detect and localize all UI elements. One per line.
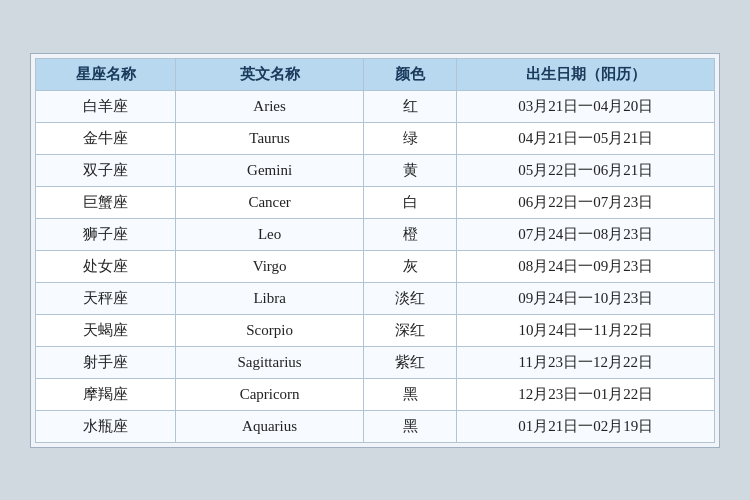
- cell-zh-name: 金牛座: [36, 122, 176, 154]
- table-row: 金牛座Taurus绿04月21日一05月21日: [36, 122, 715, 154]
- cell-zh-name: 天秤座: [36, 282, 176, 314]
- cell-date: 10月24日一11月22日: [457, 314, 715, 346]
- cell-zh-name: 射手座: [36, 346, 176, 378]
- table-row: 天秤座Libra淡红09月24日一10月23日: [36, 282, 715, 314]
- cell-color: 淡红: [363, 282, 457, 314]
- cell-date: 08月24日一09月23日: [457, 250, 715, 282]
- cell-date: 03月21日一04月20日: [457, 90, 715, 122]
- cell-en-name: Libra: [176, 282, 363, 314]
- cell-color: 灰: [363, 250, 457, 282]
- cell-zh-name: 狮子座: [36, 218, 176, 250]
- header-date: 出生日期（阳历）: [457, 58, 715, 90]
- table-row: 狮子座Leo橙07月24日一08月23日: [36, 218, 715, 250]
- cell-zh-name: 双子座: [36, 154, 176, 186]
- cell-color: 黄: [363, 154, 457, 186]
- zodiac-table-wrapper: 星座名称 英文名称 颜色 出生日期（阳历） 白羊座Aries红03月21日一04…: [30, 53, 720, 448]
- table-row: 处女座Virgo灰08月24日一09月23日: [36, 250, 715, 282]
- table-row: 摩羯座Capricorn黑12月23日一01月22日: [36, 378, 715, 410]
- cell-en-name: Virgo: [176, 250, 363, 282]
- header-zh-name: 星座名称: [36, 58, 176, 90]
- cell-zh-name: 天蝎座: [36, 314, 176, 346]
- cell-en-name: Gemini: [176, 154, 363, 186]
- cell-color: 黑: [363, 410, 457, 442]
- table-header-row: 星座名称 英文名称 颜色 出生日期（阳历）: [36, 58, 715, 90]
- table-row: 水瓶座Aquarius黑01月21日一02月19日: [36, 410, 715, 442]
- table-row: 巨蟹座Cancer白06月22日一07月23日: [36, 186, 715, 218]
- cell-date: 05月22日一06月21日: [457, 154, 715, 186]
- header-color: 颜色: [363, 58, 457, 90]
- cell-en-name: Aquarius: [176, 410, 363, 442]
- cell-date: 06月22日一07月23日: [457, 186, 715, 218]
- table-row: 射手座Sagittarius紫红11月23日一12月22日: [36, 346, 715, 378]
- cell-en-name: Aries: [176, 90, 363, 122]
- cell-date: 04月21日一05月21日: [457, 122, 715, 154]
- cell-en-name: Capricorn: [176, 378, 363, 410]
- cell-date: 11月23日一12月22日: [457, 346, 715, 378]
- cell-en-name: Sagittarius: [176, 346, 363, 378]
- cell-zh-name: 白羊座: [36, 90, 176, 122]
- cell-color: 绿: [363, 122, 457, 154]
- zodiac-table: 星座名称 英文名称 颜色 出生日期（阳历） 白羊座Aries红03月21日一04…: [35, 58, 715, 443]
- table-row: 天蝎座Scorpio深红10月24日一11月22日: [36, 314, 715, 346]
- cell-color: 深红: [363, 314, 457, 346]
- table-row: 双子座Gemini黄05月22日一06月21日: [36, 154, 715, 186]
- cell-color: 白: [363, 186, 457, 218]
- cell-zh-name: 摩羯座: [36, 378, 176, 410]
- cell-zh-name: 水瓶座: [36, 410, 176, 442]
- cell-en-name: Taurus: [176, 122, 363, 154]
- cell-date: 07月24日一08月23日: [457, 218, 715, 250]
- cell-date: 09月24日一10月23日: [457, 282, 715, 314]
- cell-date: 01月21日一02月19日: [457, 410, 715, 442]
- header-en-name: 英文名称: [176, 58, 363, 90]
- cell-date: 12月23日一01月22日: [457, 378, 715, 410]
- cell-color: 紫红: [363, 346, 457, 378]
- cell-color: 红: [363, 90, 457, 122]
- cell-color: 橙: [363, 218, 457, 250]
- cell-en-name: Scorpio: [176, 314, 363, 346]
- cell-color: 黑: [363, 378, 457, 410]
- cell-en-name: Leo: [176, 218, 363, 250]
- cell-zh-name: 巨蟹座: [36, 186, 176, 218]
- cell-zh-name: 处女座: [36, 250, 176, 282]
- table-row: 白羊座Aries红03月21日一04月20日: [36, 90, 715, 122]
- cell-en-name: Cancer: [176, 186, 363, 218]
